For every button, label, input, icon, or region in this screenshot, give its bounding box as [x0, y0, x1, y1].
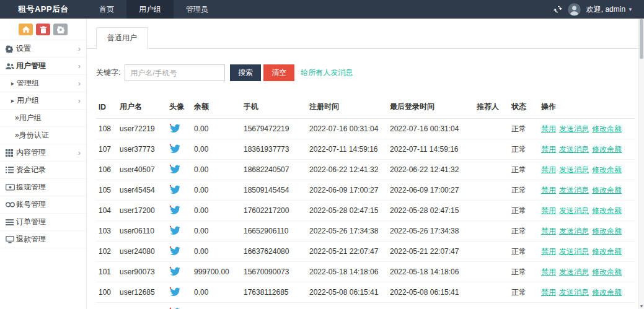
- action-send-message[interactable]: 发送消息: [559, 186, 589, 194]
- sidebar-item-user-group-sub[interactable]: »用户组: [0, 110, 86, 127]
- action-disable[interactable]: 禁用: [541, 268, 556, 276]
- sidebar-item-refund-management[interactable]: 退款管理: [0, 231, 86, 248]
- column-header: ID: [96, 95, 117, 119]
- action-disable[interactable]: 禁用: [541, 124, 556, 133]
- sidebar-item-settings[interactable]: 设置›: [0, 40, 86, 58]
- balance-cell: 0.00: [192, 242, 241, 262]
- balance-cell: 0.00: [192, 221, 241, 242]
- nav-item-user-group[interactable]: 用户组: [126, 0, 174, 19]
- action-send-message[interactable]: 发送消息: [559, 268, 589, 276]
- balance-cell: 0.00: [192, 303, 241, 309]
- action-send-message[interactable]: 发送消息: [559, 288, 589, 297]
- column-header: 头像: [167, 95, 192, 119]
- search-button[interactable]: 搜索: [230, 64, 261, 81]
- reg-time-cell: 2022-05-26 17:34:38: [307, 221, 387, 242]
- sidebar-item-identity-auth[interactable]: »身份认证: [0, 127, 86, 144]
- action-disable[interactable]: 禁用: [541, 165, 556, 174]
- clear-button[interactable]: 清空: [263, 64, 294, 81]
- phone-cell: 18682240507: [241, 160, 307, 180]
- action-modify-balance[interactable]: 修改余额: [592, 268, 622, 276]
- action-modify-balance[interactable]: 修改余额: [592, 186, 622, 194]
- gear-button[interactable]: [53, 24, 68, 35]
- action-modify-balance[interactable]: 修改余额: [592, 165, 622, 174]
- last-login-cell: 2022-06-09 17:00:27: [387, 180, 474, 201]
- id-cell: 100: [96, 282, 117, 303]
- trash-button[interactable]: [36, 24, 50, 35]
- sidebar-item-label: 管理组: [17, 78, 39, 89]
- action-modify-balance[interactable]: 修改余额: [592, 206, 622, 215]
- sidebar-item-withdraw-management[interactable]: 提现管理: [0, 179, 86, 196]
- bird-avatar-icon: [169, 225, 180, 235]
- action-modify-balance[interactable]: 修改余额: [592, 124, 622, 133]
- phone-cell: 18509145454: [241, 180, 307, 201]
- sidebar-item-admin-group[interactable]: ▸管理组›: [0, 75, 86, 92]
- id-cell: 105: [96, 180, 117, 201]
- eye-icon: [6, 202, 16, 207]
- actions-cell: 禁用发送消息修改余额: [539, 139, 635, 160]
- chevron-down-icon: ▼: [628, 7, 633, 12]
- last-login-cell: 2022-05-08 06:15:41: [387, 282, 474, 303]
- broadcast-link[interactable]: 给所有人发消息: [301, 67, 353, 78]
- action-modify-balance[interactable]: 修改余额: [592, 145, 622, 154]
- username-cell: user45454: [117, 180, 167, 201]
- username-cell: user27979: [117, 303, 167, 309]
- tab-bar: 普通用户: [87, 19, 644, 49]
- bird-avatar-icon: [169, 287, 180, 296]
- id-cell: 102: [96, 242, 117, 262]
- scroll-down-arrow-icon[interactable]: ▼: [639, 304, 644, 308]
- last-login-cell: 2022-05-18 14:18:06: [387, 262, 474, 282]
- sidebar-item-fund-records[interactable]: 资金记录: [0, 162, 86, 179]
- username-cell: user37773: [117, 139, 167, 160]
- balance-cell: 0.00: [192, 139, 241, 160]
- sidebar-item-user-management[interactable]: 用户管理›: [0, 58, 86, 75]
- id-cell: 106: [96, 160, 117, 180]
- action-disable[interactable]: 禁用: [541, 145, 556, 154]
- action-send-message[interactable]: 发送消息: [559, 227, 589, 235]
- scrollbar-thumb[interactable]: [640, 19, 643, 59]
- sidebar-item-account-management[interactable]: 账号管理: [0, 196, 86, 214]
- action-send-message[interactable]: 发送消息: [559, 206, 589, 215]
- id-cell: 101: [96, 262, 117, 282]
- referrer-cell: [474, 262, 509, 282]
- action-modify-balance[interactable]: 修改余额: [592, 227, 622, 235]
- vertical-scrollbar[interactable]: ▼: [638, 19, 644, 309]
- app-title: 租号APP后台: [0, 0, 87, 19]
- action-modify-balance[interactable]: 修改余额: [592, 288, 622, 297]
- phone-cell: 13175727979: [241, 303, 307, 309]
- id-cell: 104: [96, 201, 117, 221]
- action-send-message[interactable]: 发送消息: [559, 165, 589, 174]
- action-send-message[interactable]: 发送消息: [559, 145, 589, 154]
- tab-normal-users[interactable]: 普通用户: [96, 27, 148, 49]
- nav-item-home[interactable]: 首页: [87, 0, 126, 19]
- action-disable[interactable]: 禁用: [541, 288, 556, 297]
- action-send-message[interactable]: 发送消息: [559, 247, 589, 256]
- action-disable[interactable]: 禁用: [541, 227, 556, 235]
- action-send-message[interactable]: 发送消息: [559, 124, 589, 133]
- bars-icon: [6, 219, 16, 225]
- table-row: 104user172000.00176022172002022-05-28 02…: [96, 201, 635, 221]
- status-cell: 正常: [509, 160, 539, 180]
- sidebar-item-label: 内容管理: [16, 147, 46, 158]
- user-avatar[interactable]: [568, 3, 581, 16]
- username-cell: user17200: [117, 201, 167, 221]
- search-input[interactable]: [125, 64, 225, 81]
- action-disable[interactable]: 禁用: [541, 206, 556, 215]
- id-cell: 107: [96, 139, 117, 160]
- home-button[interactable]: [19, 24, 33, 35]
- nav-item-admin[interactable]: 管理员: [174, 0, 221, 19]
- user-menu[interactable]: 欢迎, admin ▼: [586, 4, 633, 15]
- action-disable[interactable]: 禁用: [541, 186, 556, 194]
- sidebar-item-order-management[interactable]: 订单管理: [0, 214, 86, 231]
- refresh-icon[interactable]: [554, 5, 562, 14]
- bird-avatar-icon: [169, 185, 180, 194]
- actions-cell: 禁用发送消息修改余额: [539, 242, 635, 262]
- reg-time-cell: 2022-05-08 06:15:41: [307, 282, 387, 303]
- sidebar-item-content-management[interactable]: 内容管理›: [0, 144, 86, 162]
- action-disable[interactable]: 禁用: [541, 247, 556, 256]
- table-header-row: ID用户名头像余额手机注册时间最后登录时间推荐人状态操作: [96, 95, 635, 119]
- action-modify-balance[interactable]: 修改余额: [592, 247, 622, 256]
- sidebar-item-label: »身份认证: [15, 130, 49, 141]
- phone-cell: 17602217200: [241, 201, 307, 221]
- sidebar-item-user-group[interactable]: ▸用户组›: [0, 92, 86, 110]
- referrer-cell: [474, 303, 509, 309]
